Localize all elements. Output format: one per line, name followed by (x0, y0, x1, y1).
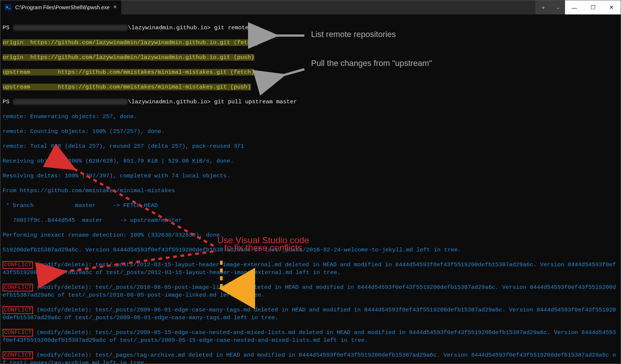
tab-pwsh[interactable]: >_ C:\Program Files\PowerShell\6\pwsh.ex… (0, 0, 121, 14)
minimize-button[interactable]: — (565, 0, 584, 14)
annot-list-remote: List remote repositories (311, 31, 396, 38)
close-window-button[interactable]: ✕ (602, 0, 621, 14)
tab-dropdown-button[interactable]: ⌄ (551, 0, 565, 14)
new-tab-button[interactable]: ＋ (535, 0, 551, 14)
arrow-conflict-down (63, 251, 214, 272)
annot-vscode-line2: to fix these conflicts (217, 244, 309, 251)
powershell-icon: >_ (5, 4, 11, 11)
titlebar: >_ C:\Program Files\PowerShell\6\pwsh.ex… (0, 0, 621, 14)
terminal-body[interactable]: PS \lazywinadmin.github.io> git remote -… (0, 14, 621, 364)
annotation-overlay (0, 14, 621, 364)
annot-pull: Pull the changes from "upstream" (311, 60, 432, 67)
arrow-conflict-up (73, 168, 214, 246)
terminal-window: >_ C:\Program Files\PowerShell\6\pwsh.ex… (0, 0, 621, 364)
maximize-button[interactable]: ☐ (584, 0, 602, 14)
arrow-pull (282, 69, 304, 76)
tab-title: C:\Program Files\PowerShell\6\pwsh.exe (15, 4, 109, 10)
annot-vscode: Use Visual Studio code to fix these conf… (217, 237, 309, 251)
close-tab-icon[interactable]: × (113, 4, 117, 11)
